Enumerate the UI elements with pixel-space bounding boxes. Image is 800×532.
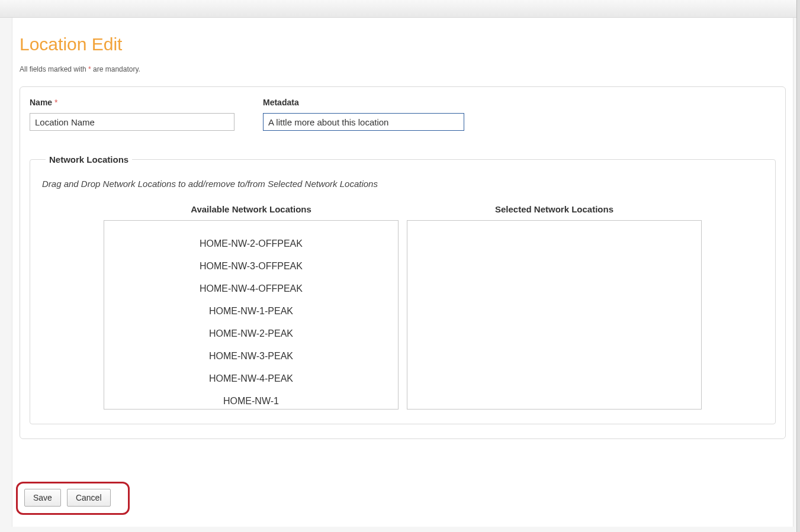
network-locations-fieldset: Network Locations Drag and Drop Network … (30, 154, 776, 424)
page-container: Location Edit All fields marked with * a… (12, 18, 793, 527)
top-toolbar-gradient (0, 0, 800, 18)
selected-listbox[interactable] (407, 220, 702, 410)
selected-column: Selected Network Locations (407, 204, 702, 410)
page-title: Location Edit (20, 18, 786, 65)
listboxes-row: Available Network Locations HOME-NW-2-OF… (42, 204, 763, 410)
save-button[interactable]: Save (24, 489, 61, 507)
mandatory-note-prefix: All fields marked with (20, 65, 88, 73)
available-list-item[interactable]: HOME-NW-1-PEAK (104, 300, 398, 323)
metadata-field-group: Metadata (263, 98, 464, 131)
mandatory-note: All fields marked with * are mandatory. (20, 65, 786, 73)
network-locations-legend: Network Locations (46, 154, 132, 165)
button-row: Save Cancel (20, 485, 115, 510)
name-label: Name * (30, 98, 234, 107)
available-list-item[interactable]: HOME-NW-4-PEAK (104, 367, 398, 390)
mandatory-note-suffix: are mandatory. (91, 65, 140, 73)
right-scrollbar-edge[interactable] (796, 0, 800, 532)
available-title: Available Network Locations (104, 204, 399, 214)
selected-title: Selected Network Locations (407, 204, 702, 214)
name-field-group: Name * (30, 98, 234, 131)
metadata-label: Metadata (263, 98, 464, 107)
available-list-item[interactable]: HOME-NW-3-PEAK (104, 345, 398, 367)
asterisk-icon: * (54, 98, 57, 107)
form-panel: Name * Metadata Network Locations Drag a… (20, 86, 786, 439)
available-list-item[interactable]: HOME-NW-2-PEAK (104, 323, 398, 345)
form-row-top: Name * Metadata (30, 98, 776, 131)
metadata-input[interactable] (263, 113, 464, 131)
available-list-item[interactable]: HOME-NW-1 (104, 390, 398, 410)
cancel-button[interactable]: Cancel (67, 489, 111, 507)
available-list-item[interactable]: HOME-NW-3-OFFPEAK (104, 255, 398, 278)
available-list-item[interactable]: HOME-NW-2-OFFPEAK (104, 233, 398, 255)
name-input[interactable] (30, 113, 234, 131)
name-label-text: Name (30, 98, 54, 107)
network-locations-hint: Drag and Drop Network Locations to add/r… (42, 179, 763, 189)
available-column: Available Network Locations HOME-NW-2-OF… (104, 204, 399, 410)
available-list-item[interactable]: HOME-NW-4-OFFPEAK (104, 278, 398, 300)
available-listbox[interactable]: HOME-NW-2-OFFPEAKHOME-NW-3-OFFPEAKHOME-N… (104, 220, 399, 410)
left-margin-stubs (0, 0, 12, 532)
